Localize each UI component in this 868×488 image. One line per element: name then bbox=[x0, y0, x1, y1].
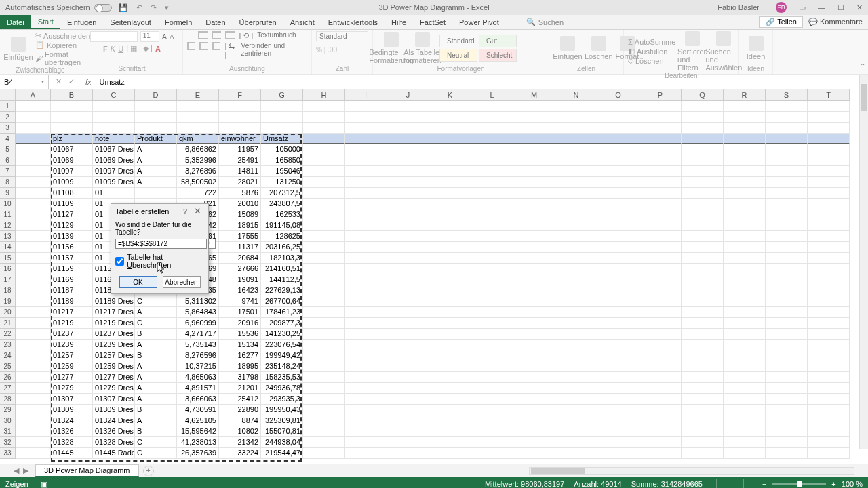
zoom-level[interactable]: 100 % bbox=[842, 480, 863, 488]
number-format-dropdown[interactable]: Standard bbox=[316, 31, 368, 41]
sort-filter-button[interactable]: Sortieren und Filtern bbox=[678, 31, 707, 72]
user-avatar[interactable]: FB bbox=[776, 2, 787, 13]
font-name-input[interactable] bbox=[90, 31, 138, 42]
redo-icon[interactable]: ↷ bbox=[151, 3, 157, 12]
group-label: Ideen bbox=[743, 65, 768, 73]
headers-checkbox[interactable] bbox=[115, 257, 124, 266]
autosum-button[interactable]: Σ AutoSumme bbox=[628, 38, 675, 46]
ok-button[interactable]: OK bbox=[119, 276, 157, 288]
row-headers[interactable]: 1234567891011121314151617181920212223242… bbox=[0, 101, 16, 459]
group-label: Ausrichtung bbox=[187, 65, 307, 73]
formula-bar: B4▾ ✕✓ fx Umsatz bbox=[0, 75, 868, 89]
user-name: Fabio Basler bbox=[717, 3, 760, 12]
quick-access-toolbar: 💾 ↶ ↷ ▾ bbox=[119, 3, 169, 12]
minimize-icon[interactable]: — bbox=[818, 3, 825, 12]
accept-formula-icon[interactable]: ✓ bbox=[68, 77, 75, 86]
tab-view[interactable]: Ansicht bbox=[283, 15, 321, 29]
share-button[interactable]: 🔗 Teilen bbox=[760, 16, 803, 28]
tab-powerpivot[interactable]: Power Pivot bbox=[452, 15, 506, 29]
view-mode-buttons[interactable] bbox=[716, 479, 757, 488]
tab-layout[interactable]: Seitenlayout bbox=[103, 15, 158, 29]
font-size-input[interactable]: 11 bbox=[140, 31, 159, 42]
comments-button[interactable]: 💬 Kommentare bbox=[808, 18, 863, 26]
horizontal-scrollbar[interactable] bbox=[529, 467, 854, 475]
normal-view-icon bbox=[716, 479, 730, 488]
sheet-tab-bar: ◀▶ 3D Power Map Diagramm + bbox=[0, 464, 868, 477]
sheet-prev-icon[interactable]: ◀ bbox=[14, 466, 19, 475]
search-icon: 🔍 bbox=[526, 18, 536, 26]
delete-cells-button[interactable]: Löschen bbox=[585, 36, 613, 60]
mode-indicator: Zeigen bbox=[5, 480, 28, 488]
tab-insert[interactable]: Einfügen bbox=[60, 15, 103, 29]
cancel-button[interactable]: Abbrechen bbox=[163, 276, 201, 288]
vertical-scrollbar[interactable] bbox=[859, 75, 868, 449]
ribbon-options-icon[interactable]: ▭ bbox=[799, 3, 806, 12]
column-headers[interactable]: ABCDEFGHIJKLMNOPQRST bbox=[16, 89, 850, 101]
dialog-close-icon[interactable]: ✕ bbox=[191, 206, 204, 216]
style-good[interactable]: Gut bbox=[479, 35, 517, 47]
tab-help[interactable]: Hilfe bbox=[384, 15, 413, 29]
status-bar: Zeigen ▣ Mittelwert: 98060,83197 Anzahl:… bbox=[0, 477, 868, 488]
fx-icon[interactable]: fx bbox=[81, 78, 96, 86]
tab-formulas[interactable]: Formeln bbox=[158, 15, 199, 29]
find-button[interactable]: Suchen und Auswählen bbox=[709, 31, 738, 72]
title-bar: Automatisches Speichern 💾 ↶ ↷ ▾ 3D Power… bbox=[0, 0, 868, 15]
macro-record-icon[interactable]: ▣ bbox=[41, 480, 47, 489]
qat-dropdown-icon[interactable]: ▾ bbox=[165, 3, 169, 12]
table-format-button[interactable]: Als Tabelle formatieren bbox=[408, 32, 437, 64]
style-bad[interactable]: Schlecht bbox=[479, 49, 517, 62]
page-layout-icon bbox=[730, 479, 743, 488]
tab-review[interactable]: Überprüfen bbox=[233, 15, 283, 29]
group-label: Zellen bbox=[553, 65, 619, 73]
range-input[interactable] bbox=[115, 239, 207, 249]
search-placeholder: Suchen bbox=[538, 18, 564, 26]
paste-button[interactable]: Einfügen bbox=[4, 37, 33, 61]
save-icon[interactable]: 💾 bbox=[119, 3, 128, 12]
style-standard[interactable]: Standard bbox=[439, 35, 477, 47]
dialog-help-icon[interactable]: ? bbox=[179, 207, 191, 216]
format-cells-button[interactable]: Format bbox=[616, 36, 639, 60]
create-table-dialog: Tabelle erstellen ? ✕ Wo sind die Daten … bbox=[111, 203, 209, 294]
format-painter-button[interactable]: 🖌 Format übertragen bbox=[35, 50, 90, 66]
headers-label: Tabelle hat Überschriften bbox=[127, 253, 204, 269]
select-all-corner[interactable] bbox=[0, 89, 16, 101]
maximize-icon[interactable]: ☐ bbox=[837, 3, 844, 12]
add-sheet-button[interactable]: + bbox=[143, 466, 154, 476]
tab-file[interactable]: Datei bbox=[0, 15, 31, 29]
tab-data[interactable]: Daten bbox=[199, 15, 232, 29]
search-box[interactable]: 🔍 Suchen bbox=[526, 15, 564, 29]
undo-icon[interactable]: ↶ bbox=[136, 3, 142, 12]
group-label: Zwischenablage bbox=[4, 66, 77, 74]
close-icon[interactable]: ✕ bbox=[856, 3, 863, 12]
page-break-icon bbox=[743, 479, 757, 488]
style-neutral[interactable]: Neutral bbox=[439, 49, 477, 62]
cancel-formula-icon[interactable]: ✕ bbox=[56, 77, 62, 86]
autosave-toggle[interactable]: Automatisches Speichern bbox=[5, 3, 112, 12]
name-box[interactable]: B4▾ bbox=[0, 75, 49, 89]
ribbon-tabs: Datei Start Einfügen Seitenlayout Formel… bbox=[0, 15, 868, 30]
fill-button[interactable]: ◧ Ausfüllen bbox=[628, 47, 675, 56]
toggle-switch[interactable] bbox=[94, 4, 112, 12]
sheet-tab[interactable]: 3D Power Map Diagramm bbox=[35, 464, 139, 477]
group-label: Zahl bbox=[316, 65, 368, 73]
formula-input[interactable]: Umsatz bbox=[96, 78, 868, 86]
zoom-out-icon[interactable]: − bbox=[762, 480, 766, 488]
ideas-button[interactable]: Ideen bbox=[743, 36, 768, 60]
group-label: Schriftart bbox=[85, 65, 178, 73]
copy-button[interactable]: 📋 Kopieren bbox=[35, 41, 90, 49]
zoom-slider[interactable] bbox=[772, 483, 826, 485]
tab-start[interactable]: Start bbox=[31, 15, 60, 29]
headers-checkbox-row[interactable]: Tabelle hat Überschriften bbox=[115, 253, 204, 269]
cut-button[interactable]: ✂ Ausschneiden bbox=[35, 31, 90, 40]
dialog-prompt: Wo sind die Daten für die Tabelle? bbox=[115, 221, 204, 236]
tab-factset[interactable]: FactSet bbox=[413, 15, 452, 29]
range-picker-icon[interactable]: ⬚ bbox=[208, 239, 216, 249]
cond-format-button[interactable]: Bedingte Formatierung bbox=[377, 32, 406, 64]
insert-cells-button[interactable]: Einfügen bbox=[553, 36, 582, 60]
sheet-next-icon[interactable]: ▶ bbox=[23, 466, 28, 475]
zoom-in-icon[interactable]: + bbox=[831, 480, 835, 488]
clear-button[interactable]: ◇ Löschen bbox=[628, 56, 675, 65]
collapse-ribbon-icon[interactable]: ⌃ bbox=[860, 62, 865, 70]
count-stat: Anzahl: 49014 bbox=[574, 480, 621, 488]
tab-dev[interactable]: Entwicklertools bbox=[321, 15, 384, 29]
